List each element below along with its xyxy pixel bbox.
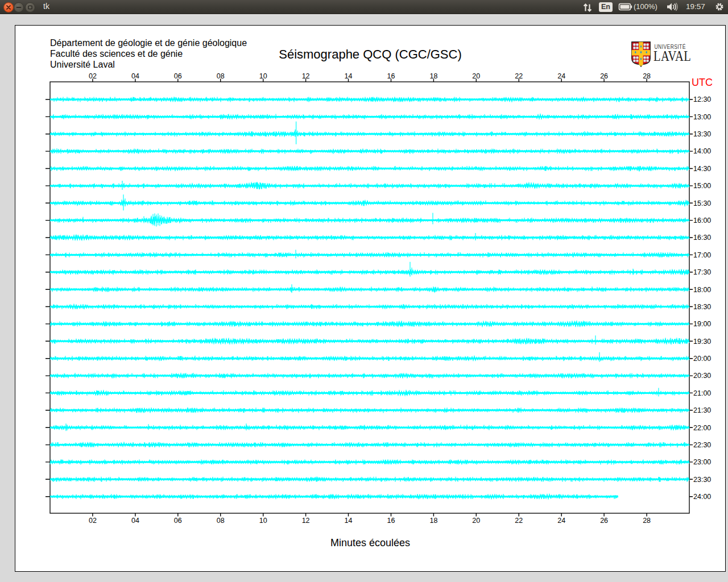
- svg-text:16:00: 16:00: [693, 217, 711, 225]
- svg-text:16: 16: [387, 517, 395, 525]
- svg-text:04: 04: [131, 72, 139, 80]
- svg-text:12: 12: [302, 72, 310, 80]
- svg-text:16: 16: [387, 72, 395, 80]
- svg-text:15:30: 15:30: [693, 199, 711, 207]
- svg-text:19:00: 19:00: [693, 320, 711, 328]
- svg-text:24: 24: [557, 72, 565, 80]
- svg-text:13:30: 13:30: [693, 130, 711, 138]
- svg-text:24:00: 24:00: [693, 493, 711, 501]
- svg-text:Séismographe QCQ (CGC/GSC): Séismographe QCQ (CGC/GSC): [279, 47, 462, 61]
- svg-text:21:30: 21:30: [693, 406, 711, 414]
- svg-text:17:30: 17:30: [693, 268, 711, 276]
- svg-text:15:00: 15:00: [693, 182, 711, 190]
- svg-text:06: 06: [174, 72, 182, 80]
- svg-text:04: 04: [131, 517, 139, 525]
- svg-text:28: 28: [643, 72, 651, 80]
- svg-text:19:30: 19:30: [693, 338, 711, 346]
- svg-text:14:00: 14:00: [693, 147, 711, 155]
- svg-text:14: 14: [345, 72, 353, 80]
- svg-text:17:00: 17:00: [693, 251, 711, 259]
- svg-text:06: 06: [174, 517, 182, 525]
- svg-text:28: 28: [643, 517, 651, 525]
- svg-text:23:30: 23:30: [693, 476, 711, 484]
- svg-text:13:00: 13:00: [693, 113, 711, 121]
- svg-text:14:30: 14:30: [693, 165, 711, 173]
- svg-text:LAVAL: LAVAL: [653, 48, 691, 64]
- svg-text:08: 08: [217, 517, 225, 525]
- svg-text:18: 18: [429, 72, 437, 80]
- svg-text:14: 14: [345, 517, 353, 525]
- svg-text:12: 12: [302, 517, 310, 525]
- svg-text:26: 26: [600, 72, 608, 80]
- svg-text:20: 20: [472, 517, 480, 525]
- svg-text:23:00: 23:00: [693, 458, 711, 466]
- svg-text:18: 18: [429, 517, 437, 525]
- svg-text:21:00: 21:00: [693, 389, 711, 397]
- svg-text:26: 26: [600, 517, 608, 525]
- svg-text:22: 22: [515, 517, 523, 525]
- svg-text:Université Laval: Université Laval: [50, 60, 115, 69]
- svg-text:Département de géologie et de: Département de géologie et de génie géol…: [50, 38, 247, 48]
- svg-text:02: 02: [89, 72, 97, 80]
- svg-text:UTC: UTC: [692, 77, 713, 88]
- svg-text:12:30: 12:30: [693, 95, 711, 103]
- svg-text:10: 10: [259, 72, 267, 80]
- svg-text:22: 22: [515, 72, 523, 80]
- svg-text:22:30: 22:30: [693, 441, 711, 449]
- svg-text:02: 02: [89, 517, 97, 525]
- svg-text:24: 24: [557, 517, 565, 525]
- svg-text:Minutes écoulées: Minutes écoulées: [330, 537, 410, 548]
- svg-text:18:30: 18:30: [693, 303, 711, 311]
- svg-text:20:00: 20:00: [693, 355, 711, 363]
- svg-text:20: 20: [472, 72, 480, 80]
- svg-text:16:30: 16:30: [693, 234, 711, 242]
- svg-text:18:00: 18:00: [693, 286, 711, 294]
- svg-text:10: 10: [259, 517, 267, 525]
- svg-text:08: 08: [217, 72, 225, 80]
- svg-text:20:30: 20:30: [693, 372, 711, 380]
- svg-text:Faculté des sciences et de gén: Faculté des sciences et de génie: [50, 49, 183, 59]
- svg-text:22:00: 22:00: [693, 424, 711, 432]
